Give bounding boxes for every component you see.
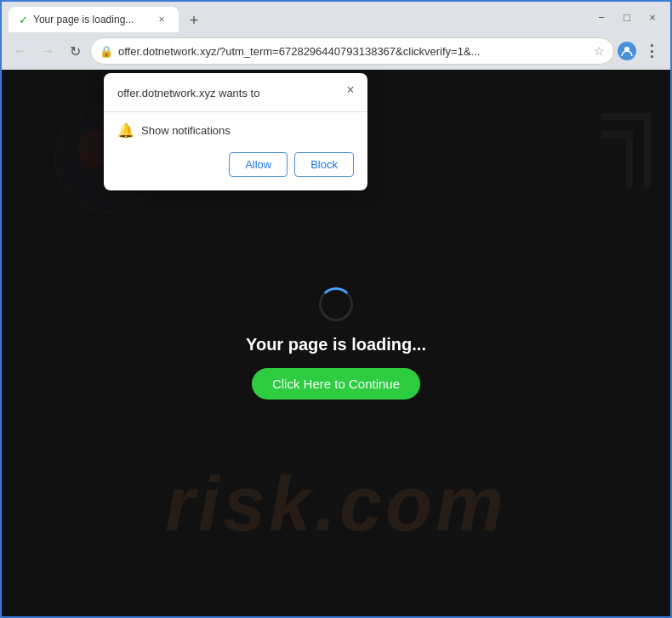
menu-button[interactable]: ⋮ — [640, 39, 663, 63]
close-window-button[interactable]: × — [641, 6, 663, 28]
watermark-text: risk.com — [2, 461, 670, 548]
tab-close-button[interactable]: × — [155, 13, 168, 26]
back-button[interactable]: ← — [9, 39, 32, 63]
forward-button[interactable]: → — [36, 39, 60, 63]
popup-title: offer.dotnetwork.xyz wants to — [117, 87, 354, 99]
tab-favicon: ✓ — [19, 14, 28, 26]
browser-window: ✓ Your page is loading... × + − □ × ← → … — [0, 0, 672, 618]
tab-strip: ✓ Your page is loading... × + — [9, 2, 584, 32]
loading-container: Your page is loading... Click Here to Co… — [246, 287, 426, 400]
url-bar[interactable]: 🔒 offer.dotnetwork.xyz/?utm_term=6728296… — [90, 37, 614, 65]
permission-popup: offer.dotnetwork.xyz wants to × 🔔 Show n… — [104, 73, 367, 190]
popup-notification-row: 🔔 Show notifications — [117, 122, 354, 139]
block-button[interactable]: Block — [294, 152, 354, 177]
maximize-button[interactable]: □ — [616, 6, 638, 28]
notification-label: Show notifications — [141, 124, 231, 137]
popup-close-button[interactable]: × — [342, 82, 359, 99]
window-controls: − □ × — [590, 6, 663, 28]
address-bar: ← → ↻ 🔒 offer.dotnetwork.xyz/?utm_term=6… — [2, 32, 670, 70]
bookmark-icon[interactable]: ☆ — [594, 44, 605, 58]
watermark-corner: ╗ — [602, 70, 670, 172]
allow-button[interactable]: Allow — [229, 152, 288, 177]
title-bar: ✓ Your page is loading... × + − □ × — [2, 2, 670, 32]
new-tab-button[interactable]: + — [182, 9, 206, 32]
lock-icon: 🔒 — [100, 45, 113, 58]
continue-button[interactable]: Click Here to Continue — [252, 368, 420, 400]
profile-icon[interactable] — [618, 42, 636, 60]
url-text: offer.dotnetwork.xyz/?utm_term=672829644… — [118, 45, 589, 58]
loading-text: Your page is loading... — [246, 335, 426, 354]
popup-divider — [104, 111, 367, 112]
active-tab[interactable]: ✓ Your page is loading... × — [9, 7, 179, 32]
refresh-button[interactable]: ↻ — [63, 39, 87, 63]
tab-title: Your page is loading... — [33, 14, 150, 26]
loading-spinner — [319, 287, 353, 321]
bell-icon: 🔔 — [117, 122, 134, 139]
svg-point-4 — [84, 155, 98, 168]
page-content: ╗ risk.com Your page is loading... Click… — [2, 70, 670, 616]
popup-buttons: Allow Block — [117, 152, 354, 177]
minimize-button[interactable]: − — [590, 6, 612, 28]
